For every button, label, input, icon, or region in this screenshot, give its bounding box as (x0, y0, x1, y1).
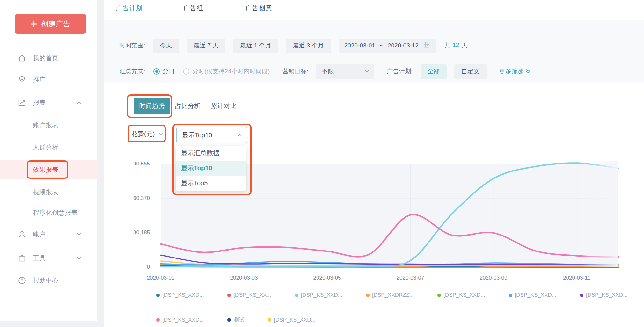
legend-dot (295, 294, 298, 297)
y-axis-label: 0 (108, 264, 150, 270)
sidebar-item-video-report[interactable]: 视频报表 (0, 183, 97, 201)
legend-label: [DSP_KS_XXD... (515, 292, 556, 298)
more-filters-button[interactable]: 更多筛选 (499, 67, 531, 76)
x-axis-label: 2020-03-09 (468, 275, 519, 281)
topn-select-value: 显示Top10 (182, 131, 212, 140)
chevron-up-icon (76, 100, 82, 105)
x-axis-label: 2020-03-05 (302, 275, 353, 281)
radio-selected-icon (153, 68, 160, 75)
legend-item[interactable]: [DSP_KS_XXD... (268, 317, 315, 323)
tab-time-trend[interactable]: 时间趋势 (134, 98, 170, 114)
metric-select[interactable]: 花费(元) (131, 130, 164, 138)
chart-legend: [DSP_KS_XXD... [DSP_KS_XX... [DSP_KS_XXD… (156, 292, 631, 323)
legend-dot (366, 294, 370, 297)
tab-ad-plan[interactable]: 广告计划 (116, 4, 143, 12)
legend-label: 测试 (233, 316, 244, 323)
marketing-goal-value: 不限 (322, 67, 334, 76)
sidebar-content-divider (97, 0, 104, 327)
sidebar-item-account[interactable]: 账户 (0, 225, 97, 243)
tab-ad-creative[interactable]: 广告创意 (245, 4, 272, 12)
person-icon (18, 230, 26, 238)
legend-label: [DSP_KS_XXD... (274, 317, 315, 323)
legend-item[interactable]: [DSP_KS_XXD... (156, 317, 204, 323)
summary-mode-row: 汇总方式: 分日 分时(仅支持24小时内时间段) 营销目标: 不限 广告计划: … (104, 64, 644, 79)
option-show-top10[interactable]: 显示Top10 (176, 161, 246, 176)
y-axis-label: 60,370 (108, 195, 150, 201)
date-tilde: ~ (380, 42, 383, 49)
sidebar-item-tools[interactable]: 工具 (0, 249, 97, 267)
preset-today-button[interactable]: 今天 (153, 39, 179, 53)
x-axis-label: 2020-03-07 (385, 275, 436, 281)
legend-item[interactable]: [DSP_KS_XX... (227, 292, 271, 298)
question-circle-icon (18, 276, 26, 285)
legend-label: [DSP_KS_XXD... (443, 292, 485, 298)
metric-select-value: 花费(元) (131, 130, 155, 138)
sidebar-item-label: 人群分析 (33, 143, 58, 152)
preset-7days-button[interactable]: 最近 7 天 (187, 39, 225, 53)
sidebar-item-audience-analysis[interactable]: 人群分析 (0, 138, 97, 156)
option-show-top5[interactable]: 显示Top5 (176, 176, 246, 191)
legend-item[interactable]: [DSP_XXDRZZ... (366, 292, 414, 298)
radio-hourly-label: 分时(仅支持24小时内时间段) (192, 67, 270, 76)
radio-daily[interactable]: 分日 (153, 67, 175, 76)
radio-daily-label: 分日 (163, 67, 175, 76)
legend-item[interactable]: [DSP_KS_XXD... (437, 292, 485, 298)
preset-3months-button[interactable]: 最近 3 个月 (286, 39, 331, 53)
plus-icon (30, 20, 37, 27)
preset-1month-button[interactable]: 最近 1 个月 (233, 39, 278, 53)
radio-unselected-icon (183, 68, 189, 75)
double-chevron-down-icon (525, 69, 531, 74)
sidebar-item-effect-report[interactable]: 效果报表 (0, 161, 97, 178)
legend-item[interactable]: [DSP_KS_XXD... (295, 292, 342, 298)
date-end: 2020-03-12 (388, 42, 419, 49)
total-days-suffix: 天 (461, 41, 467, 50)
sidebar-item-promotion[interactable]: 推广 (0, 70, 97, 88)
active-tab-underline (114, 18, 148, 18)
sidebar-item-label: 账户报表 (33, 121, 58, 129)
marketing-goal-select[interactable]: 不限 (316, 64, 374, 79)
layers-icon (18, 75, 26, 84)
date-start: 2020-03-01 (344, 42, 375, 49)
summary-mode-label: 汇总方式: (119, 67, 145, 76)
chevron-up-icon (237, 133, 242, 138)
time-range-label: 时间范围: (119, 41, 145, 50)
date-range-picker[interactable]: 2020-03-01 ~ 2020-03-12 (339, 39, 436, 53)
option-show-summary[interactable]: 显示汇总数据 (176, 146, 246, 161)
chevron-down-icon (76, 255, 82, 261)
chart-view-tabs: 时间趋势 占比分析 累计对比 (134, 98, 242, 114)
ad-plan-label: 广告计划: (387, 67, 413, 76)
calendar-icon (423, 41, 430, 50)
create-ad-button[interactable]: 创建广告 (15, 14, 86, 34)
legend-dot (227, 318, 231, 322)
legend-item[interactable]: [DSP_KS_XXD... (509, 292, 556, 298)
sidebar-item-label: 账户 (33, 230, 46, 239)
legend-item[interactable]: [DSP_KS_XXD... (580, 292, 627, 298)
sidebar-item-home[interactable]: 我的首页 (0, 49, 97, 67)
legend-label: [DSP_KS_XXD... (162, 317, 204, 323)
legend-dot (437, 294, 441, 297)
radio-hourly[interactable]: 分时(仅支持24小时内时间段) (183, 67, 270, 76)
y-axis-label: 90,555 (108, 161, 150, 167)
chevron-down-icon (76, 231, 82, 237)
sidebar-item-programmatic-creative-report[interactable]: 程序化创意报表 (0, 204, 97, 222)
sidebar-item-help-center[interactable]: 帮助中心 (0, 272, 97, 289)
legend-item[interactable]: [DSP_KS_XXD... (156, 292, 204, 298)
x-axis-label: 2020-03-03 (218, 275, 269, 281)
sidebar-item-reports[interactable]: 报表 (0, 94, 97, 112)
topn-select[interactable]: 显示Top10 (176, 127, 247, 143)
topn-dropdown: 显示汇总数据 显示Top10 显示Top5 (176, 146, 246, 191)
tab-ad-group[interactable]: 广告组 (183, 4, 203, 12)
sidebar-item-label: 程序化创意报表 (33, 208, 77, 217)
sidebar-item-label: 工具 (33, 254, 46, 263)
time-range-row: 时间范围: 今天 最近 7 天 最近 1 个月 最近 3 个月 2020-03-… (104, 38, 644, 53)
plan-custom-button[interactable]: 自定义 (454, 64, 487, 79)
total-days: 共 12 天 (444, 41, 467, 50)
tab-share-analysis[interactable]: 占比分析 (170, 98, 206, 114)
legend-dot (156, 318, 160, 322)
sidebar: 创建广告 我的首页 推广 报表 账户报表 (0, 0, 97, 321)
sidebar-item-account-report[interactable]: 账户报表 (0, 116, 97, 134)
tab-cumulative-compare[interactable]: 累计对比 (206, 98, 242, 114)
plan-all-button[interactable]: 全部 (421, 64, 447, 79)
legend-label: [DSP_KS_XXD... (301, 292, 342, 298)
legend-item[interactable]: 测试 (227, 316, 244, 323)
